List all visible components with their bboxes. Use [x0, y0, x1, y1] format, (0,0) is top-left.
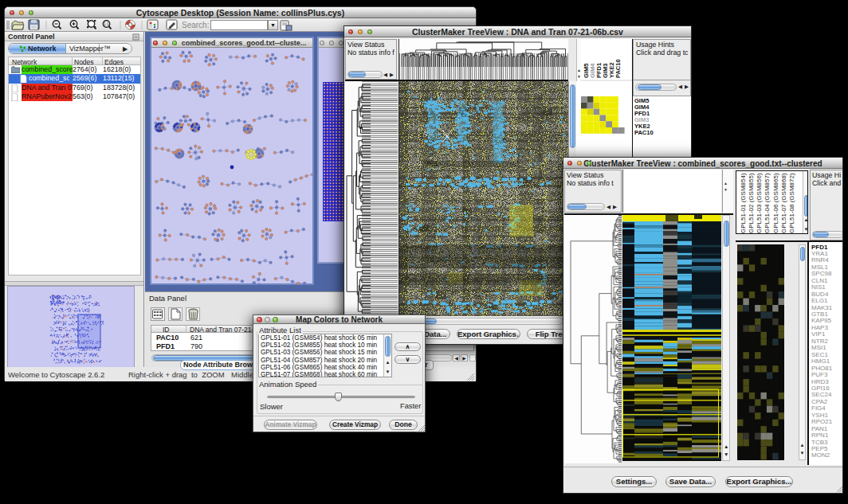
svg-text:1:1: 1:1: [104, 22, 109, 26]
